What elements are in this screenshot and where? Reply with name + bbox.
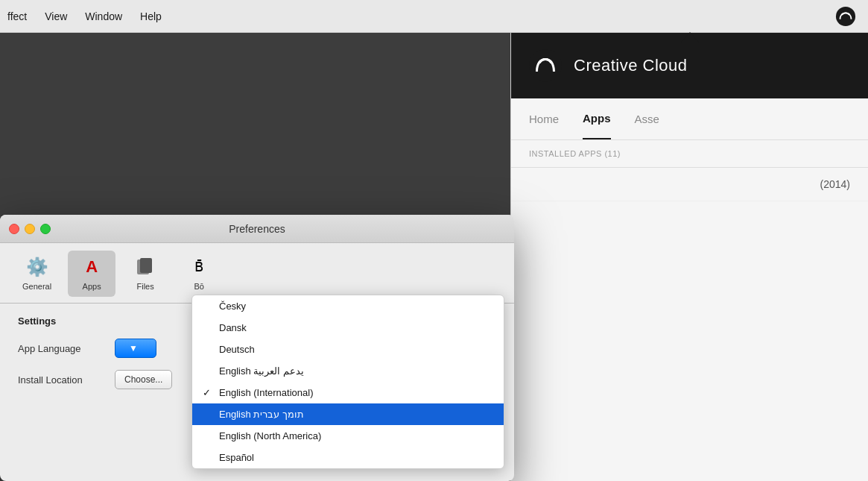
- lang-option-cesky[interactable]: Česky: [192, 295, 504, 317]
- cc-installed-header: INSTALLED APPS (11): [511, 140, 868, 168]
- menu-view[interactable]: View: [45, 10, 67, 22]
- traffic-lights: [9, 224, 51, 234]
- language-dropdown-button[interactable]: ▼: [115, 339, 156, 358]
- cc-nav: Home Apps Asse: [511, 98, 868, 140]
- install-location-label: Install Location: [18, 374, 115, 386]
- menu-help[interactable]: Help: [140, 10, 162, 22]
- creative-cloud-icon[interactable]: [835, 6, 856, 27]
- minimize-button[interactable]: [25, 224, 35, 234]
- gear-icon: ⚙️: [25, 255, 49, 279]
- app-language-label: App Language: [18, 343, 115, 354]
- pref-title-bar: Preferences: [0, 215, 514, 243]
- pref-title: Preferences: [229, 223, 285, 235]
- lang-option-dansk[interactable]: Dansk: [192, 317, 504, 339]
- language-menu: Česky Dansk Deutsch English يدعم العربية…: [191, 295, 504, 469]
- pref-tab-files-label: Files: [137, 282, 154, 291]
- cc-nav-apps[interactable]: Apps: [583, 98, 611, 139]
- pref-tab-fonts[interactable]: B̄ Bō: [175, 251, 223, 297]
- dropdown-arrow-icon: ▼: [129, 343, 138, 353]
- pref-toolbar: ⚙️ General A Apps Files B̄ Bō: [0, 243, 514, 297]
- cc-app-year: (2014): [820, 178, 850, 190]
- pref-tab-files[interactable]: Files: [121, 251, 169, 297]
- menu-bar: ffect View Window Help: [0, 0, 868, 33]
- choose-button[interactable]: Choose...: [115, 370, 172, 389]
- pref-tab-general[interactable]: ⚙️ General: [12, 251, 62, 297]
- cc-app-row: (2014): [511, 168, 868, 201]
- lang-option-english-arabic[interactable]: English يدعم العربية: [192, 360, 504, 382]
- pref-tab-apps-label: Apps: [83, 282, 101, 291]
- pref-tab-apps[interactable]: A Apps: [68, 251, 115, 297]
- cc-panel-header: Creative Cloud: [511, 33, 868, 98]
- lang-option-espanol[interactable]: Español: [192, 447, 504, 468]
- cc-nav-home[interactable]: Home: [529, 98, 559, 139]
- pref-tab-general-label: General: [22, 282, 51, 291]
- fonts-icon: B̄: [187, 255, 211, 279]
- cc-logo-icon: [529, 49, 562, 82]
- lang-option-english-na[interactable]: English (North America): [192, 425, 504, 447]
- cc-nav-assets[interactable]: Asse: [635, 98, 659, 139]
- maximize-button[interactable]: [40, 224, 51, 234]
- apps-icon: A: [80, 255, 104, 279]
- pref-tab-fonts-label: Bō: [194, 282, 203, 291]
- lang-option-english-intl[interactable]: English (International): [192, 382, 504, 403]
- svg-point-1: [529, 49, 562, 82]
- files-icon: [133, 255, 157, 279]
- cc-panel-caret: [681, 32, 699, 43]
- menu-ffect[interactable]: ffect: [7, 10, 27, 22]
- lang-option-deutsch[interactable]: Deutsch: [192, 339, 504, 360]
- lang-option-english-hebrew[interactable]: English תומך עברית: [192, 403, 504, 425]
- close-button[interactable]: [9, 224, 19, 234]
- svg-rect-3: [140, 258, 152, 273]
- cc-panel: Creative Cloud Home Apps Asse INSTALLED …: [510, 33, 868, 481]
- svg-point-0: [836, 7, 855, 26]
- menu-window[interactable]: Window: [85, 10, 122, 22]
- cc-panel-title: Creative Cloud: [574, 56, 688, 75]
